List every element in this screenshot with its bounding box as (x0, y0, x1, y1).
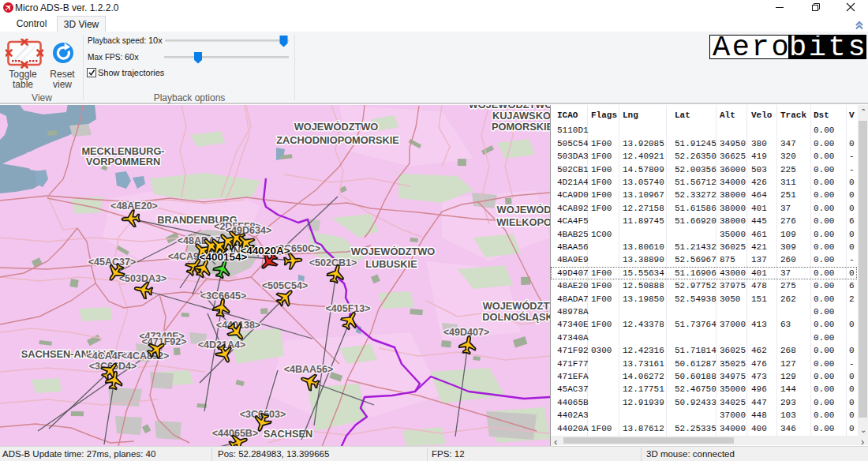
svg-text:<49D407>: <49D407> (443, 327, 489, 338)
svg-text:LUBUSKIE: LUBUSKIE (365, 258, 417, 270)
svg-text:WOJEWÓDZTW: WOJEWÓDZTW (483, 300, 550, 312)
svg-text:<44020A>: <44020A> (240, 245, 290, 257)
svg-text:<4BAA56>: <4BAA56> (284, 364, 334, 375)
svg-text:KUJAWSKO-: KUJAWSKO- (492, 110, 550, 122)
svg-text:VORPOMMERN: VORPOMMERN (86, 156, 161, 167)
svg-text:ZACHODNIOPOMORSKIE: ZACHODNIOPOMORSKIE (276, 134, 399, 146)
svg-text:<502CB1>: <502CB1> (309, 257, 357, 268)
svg-text:WOJEWÓDZTWO: WOJEWÓDZTWO (294, 121, 379, 133)
svg-text:<400154>: <400154> (200, 251, 248, 263)
svg-text:WOJEWÓDZ: WOJEWÓDZ (497, 204, 550, 216)
svg-text:POMORSKIE: POMORSKIE (492, 121, 550, 133)
svg-text:WIELKOPOL: WIELKOPOL (496, 216, 550, 228)
svg-text:WOJEWÓDZTWO: WOJEWÓDZTWO (351, 245, 436, 257)
svg-text:<405F13>: <405F13> (326, 303, 371, 314)
svg-text:<505C54>: <505C54> (262, 280, 308, 291)
svg-text:DOLNOŚLĄSK: DOLNOŚLĄSK (482, 311, 550, 323)
svg-text:<503DA3>: <503DA3> (119, 273, 166, 284)
svg-text:<4CA892>: <4CA892> (122, 350, 169, 362)
